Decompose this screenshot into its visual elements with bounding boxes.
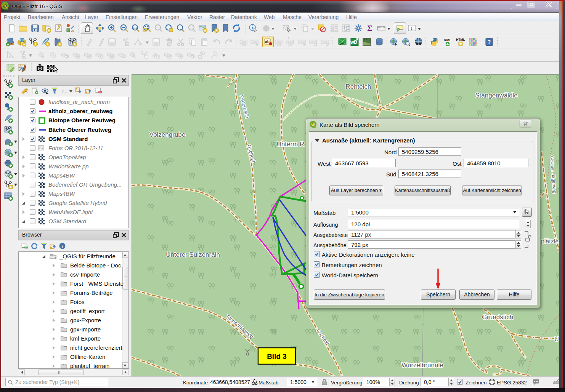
svg-text:?: ? [488, 39, 491, 45]
svg-text:abc: abc [277, 40, 282, 44]
svg-text:Unterer Sulzenrain: Unterer Sulzenrain [166, 251, 220, 258]
svg-text:Volzengrube: Volzengrube [149, 131, 186, 138]
svg-text:Grundstich: Grundstich [482, 314, 513, 321]
svg-text:KML: KML [444, 38, 452, 42]
svg-text:Stangenwäldle: Stangenwäldle [475, 92, 518, 99]
svg-text:Unterm R: Unterm R [277, 141, 305, 148]
svg-text:U: U [554, 336, 559, 342]
svg-text:plätzle: plätzle [541, 238, 559, 245]
svg-text:ε: ε [62, 88, 64, 94]
svg-text:abc: abc [288, 40, 293, 44]
svg-text:abc: abc [242, 40, 247, 44]
svg-text:1:1: 1:1 [133, 26, 137, 29]
svg-text:T: T [410, 26, 413, 31]
svg-text:Wurzelbrünnle: Wurzelbrünnle [401, 362, 443, 369]
svg-text:ab: ab [265, 40, 270, 44]
svg-text:Rehteich: Rehteich [345, 83, 371, 90]
svg-text:abc: abc [323, 40, 328, 44]
svg-text:HTML: HTML [456, 38, 465, 42]
svg-text:a: a [71, 28, 74, 33]
svg-text:abc: abc [311, 40, 316, 44]
svg-text:Bild 3: Bild 3 [267, 352, 287, 360]
svg-text:Σ: Σ [367, 24, 372, 33]
